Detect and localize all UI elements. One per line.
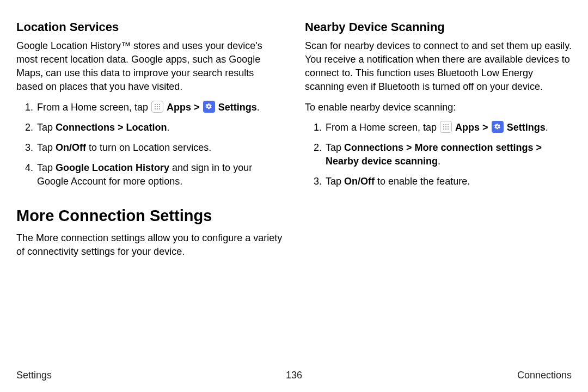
settings-icon (203, 101, 215, 113)
footer-chapter-label: Connections (387, 369, 572, 382)
heading-more-connection: More Connection Settings (16, 205, 283, 227)
step-1: From a Home screen, tap Apps > Settings. (324, 121, 572, 134)
path-connections-location: Connections > Location (56, 122, 167, 133)
text: to turn on Location services. (86, 142, 211, 153)
label-apps: Apps (167, 102, 191, 113)
left-column: Location Services Google Location Histor… (16, 19, 283, 363)
apps-icon (151, 101, 163, 113)
label-glh: Google Location History (56, 162, 169, 173)
right-column: Nearby Device Scanning Scan for nearby d… (305, 19, 572, 363)
text: Tap (37, 142, 56, 153)
label-apps: Apps (455, 122, 480, 133)
text: Tap (37, 162, 56, 173)
step-1: From a Home screen, tap Apps > Settings. (36, 101, 283, 114)
para-location-desc: Google Location History™ stores and uses… (16, 39, 283, 94)
step-4: Tap Google Location History and sign in … (36, 161, 283, 188)
text: From a Home screen, tap (326, 122, 439, 133)
para-enable-lead: To enable nearby device scanning: (305, 101, 572, 114)
text: . (257, 102, 260, 113)
page-footer: Settings 136 Connections (16, 363, 572, 382)
steps-location: From a Home screen, tap Apps > Settings.… (16, 101, 283, 189)
para-more-desc: The More connection settings allow you t… (16, 231, 283, 259)
step-2: Tap Connections > Location. (36, 121, 283, 134)
settings-icon (492, 121, 504, 133)
text: Tap (37, 122, 56, 133)
text: to enable the feature. (375, 176, 470, 187)
steps-nearby: From a Home screen, tap Apps > Settings.… (305, 121, 572, 189)
heading-location-services: Location Services (16, 19, 283, 36)
text: . (167, 122, 170, 133)
step-2: Tap Connections > More connection settin… (324, 141, 572, 168)
step-3: Tap On/Off to enable the feature. (324, 175, 572, 188)
chevron-right-icon: > (194, 102, 200, 113)
label-onoff: On/Off (56, 142, 86, 153)
text: Tap (326, 176, 344, 187)
chevron-right-icon: > (482, 122, 488, 133)
footer-section-label: Settings (16, 369, 201, 382)
text: . (438, 156, 440, 167)
footer-page-number: 136 (201, 369, 387, 382)
para-nearby-desc: Scan for nearby devices to connect to an… (305, 39, 572, 94)
heading-nearby-scanning: Nearby Device Scanning (305, 19, 572, 36)
label-settings: Settings (218, 102, 257, 113)
label-settings: Settings (507, 122, 546, 133)
text: Tap (326, 142, 344, 153)
label-onoff: On/Off (344, 176, 375, 187)
path-nearby: Connections > More connection settings >… (326, 142, 542, 167)
content-columns: Location Services Google Location Histor… (16, 19, 572, 363)
text: From a Home screen, tap (37, 102, 151, 113)
step-3: Tap On/Off to turn on Location services. (36, 141, 283, 155)
apps-icon (440, 121, 452, 133)
text: . (546, 122, 548, 133)
